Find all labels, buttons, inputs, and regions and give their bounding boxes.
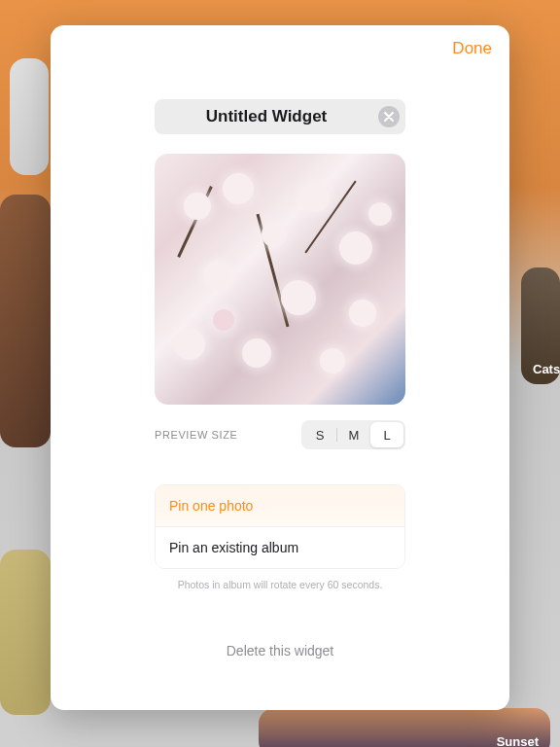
- bg-album-tile: [10, 58, 49, 175]
- close-icon: [384, 112, 394, 122]
- modal-content: Untitled Widget PREVIEW SIZE: [155, 99, 405, 659]
- tile-label: Cats: [533, 362, 560, 376]
- pin-existing-album-option[interactable]: Pin an existing album: [156, 527, 404, 568]
- widget-preview-image: [155, 154, 405, 405]
- rotation-hint-text: Photos in album will rotate every 60 sec…: [155, 579, 405, 590]
- bg-album-tile-sunset: Sunset: [259, 708, 550, 747]
- pin-one-photo-option[interactable]: Pin one photo: [156, 485, 404, 527]
- delete-widget-button[interactable]: Delete this widget: [155, 643, 405, 658]
- bg-album-tile-cats: Cats: [521, 267, 560, 384]
- size-option-l[interactable]: L: [370, 422, 403, 447]
- widget-title-field[interactable]: Untitled Widget: [155, 99, 405, 134]
- clear-title-button[interactable]: [378, 106, 400, 127]
- tile-label: Sunset: [497, 734, 539, 747]
- preview-size-row: PREVIEW SIZE S M L: [155, 420, 405, 449]
- pin-options-list: Pin one photo Pin an existing album: [155, 484, 405, 569]
- widget-title-text[interactable]: Untitled Widget: [155, 107, 378, 126]
- size-segmented-control[interactable]: S M L: [301, 420, 405, 449]
- size-option-s[interactable]: S: [303, 422, 336, 447]
- done-button[interactable]: Done: [452, 39, 492, 58]
- widget-settings-modal: Done Untitled Widget: [51, 25, 509, 710]
- size-option-m[interactable]: M: [337, 422, 370, 447]
- bg-album-tile: [0, 550, 51, 715]
- preview-size-label: PREVIEW SIZE: [155, 429, 237, 441]
- bg-album-tile: [0, 195, 51, 447]
